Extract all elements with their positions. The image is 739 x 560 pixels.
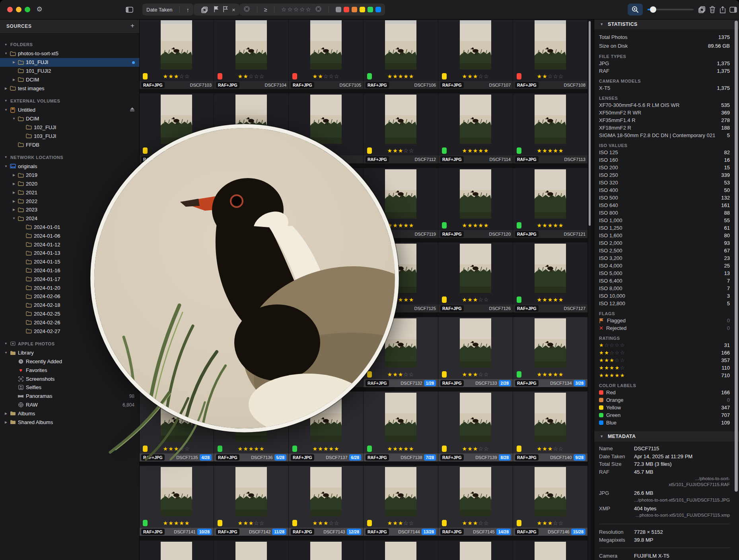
traffic-zoom-button[interactable] xyxy=(25,7,30,12)
color-label-chip[interactable] xyxy=(517,222,521,229)
photo-cell-dscf7135[interactable]: ★★★☆☆RAF+JPGDSCF71354/28 xyxy=(139,391,214,460)
color-label-chip[interactable] xyxy=(367,147,372,154)
photo-cell-dscf7106[interactable]: ★★★★★RAF+JPGDSCF7106 xyxy=(364,19,438,88)
photo-cell-dscf7105[interactable]: ★★☆☆☆RAF+JPGDSCF7105 xyxy=(289,19,363,88)
photo-thumbnail[interactable] xyxy=(214,168,288,221)
sidebar-item-raw[interactable]: RAW6,804 xyxy=(0,401,139,409)
photo-thumbnail[interactable] xyxy=(438,541,513,560)
photo-thumbnail[interactable] xyxy=(139,93,214,146)
grid-scrollbar[interactable] xyxy=(588,19,591,560)
sidebar-item-2024-01-16[interactable]: 2024-01-16 xyxy=(0,266,139,275)
chevron-right-icon[interactable]: ▶ xyxy=(11,182,17,186)
chevron-down-icon[interactable]: ▼ xyxy=(11,217,17,220)
photo-thumbnail[interactable] xyxy=(364,391,438,444)
sidebar-item-2020[interactable]: ▶2020 xyxy=(0,180,139,188)
add-source-button[interactable]: + xyxy=(130,22,134,30)
section-header-external-volumes[interactable]: ▼EXTERNAL VOLUMES xyxy=(0,96,139,106)
sidebar-item-dcim[interactable]: ▶DCIM xyxy=(0,75,139,84)
panel-scrollbar-thumb[interactable] xyxy=(735,21,738,492)
photo-cell-dscf7103[interactable]: ★★★☆☆RAF+JPGDSCF7103 xyxy=(139,19,214,88)
photo-cell[interactable] xyxy=(364,541,438,560)
zoom-mode-button[interactable] xyxy=(628,4,643,16)
sidebar-item-untitled[interactable]: ▼Untitled xyxy=(0,106,139,114)
photo-cell[interactable] xyxy=(139,168,214,237)
photo-thumbnail[interactable] xyxy=(513,317,587,370)
gte-operator[interactable]: ≥ xyxy=(264,6,267,13)
photo-cell-dscf7137[interactable]: ★★★★★RAF+JPGDSCF71376/28 xyxy=(289,391,363,460)
color-label-chip[interactable] xyxy=(367,296,372,303)
sidebar-item-screenshots[interactable]: Screenshots xyxy=(0,374,139,383)
photo-thumbnail[interactable] xyxy=(513,541,587,560)
chevron-right-icon[interactable]: ▶ xyxy=(11,191,17,194)
flag-pick-icon[interactable] xyxy=(214,6,219,14)
color-label-chip[interactable] xyxy=(143,73,148,79)
photo-thumbnail[interactable] xyxy=(364,317,438,370)
sidebar-item-2024-01-01[interactable]: 2024-01-01 xyxy=(0,223,139,232)
photo-cell-dscf7125[interactable]: ★★★★★RAF+JPGDSCF7125 xyxy=(364,242,438,311)
photo-cell-dscf7113[interactable]: ★★★★★RAF+JPGDSCF7113 xyxy=(513,93,587,162)
clear-color-filter-icon[interactable] xyxy=(315,6,322,14)
photo-cell-dscf7136[interactable]: ★★★★★RAF+JPGDSCF71365/28 xyxy=(214,391,288,460)
section-header-folders[interactable]: ▼FOLDERS xyxy=(0,40,139,49)
photo-thumbnail[interactable] xyxy=(214,93,288,146)
traffic-close-button[interactable] xyxy=(7,7,13,12)
photo-thumbnail[interactable] xyxy=(438,391,513,444)
eject-icon[interactable] xyxy=(130,107,135,113)
section-header-apple-photos[interactable]: ▼APPLE PHOTOS xyxy=(0,339,139,349)
photo-thumbnail[interactable] xyxy=(438,93,513,146)
sidebar-item-panoramas[interactable]: Panoramas98 xyxy=(0,392,139,401)
photo-thumbnail[interactable] xyxy=(139,168,214,221)
photo-thumbnail[interactable] xyxy=(513,168,587,221)
sidebar-item-test-images[interactable]: ▶test images xyxy=(0,84,139,93)
photo-cell-dscf7120[interactable]: ★★★★★RAF+JPGDSCF7120 xyxy=(438,168,513,237)
sidebar-item-2024-02-25[interactable]: 2024-02-25 xyxy=(0,310,139,318)
sidebar-item-2024-01-15[interactable]: 2024-01-15 xyxy=(0,258,139,266)
photo-cell-dscf7114[interactable]: ★★★★★RAF+JPGDSCF7114 xyxy=(438,93,513,162)
chevron-down-icon[interactable]: ▼ xyxy=(3,351,9,355)
color-label-chip[interactable] xyxy=(292,73,297,79)
star-filter-stars[interactable]: ☆☆☆☆☆ xyxy=(281,6,312,13)
color-label-chip[interactable] xyxy=(143,446,148,452)
toggle-right-panel-button[interactable] xyxy=(728,5,738,14)
color-label-chip[interactable] xyxy=(367,222,372,229)
photo-thumbnail[interactable] xyxy=(438,466,513,518)
chevron-down-icon[interactable]: ▼ xyxy=(3,108,9,112)
color-label-chip[interactable] xyxy=(517,73,521,79)
color-label-chip[interactable] xyxy=(517,296,521,303)
color-label-chip[interactable] xyxy=(367,371,372,378)
photo-thumbnail[interactable] xyxy=(214,541,288,560)
chevron-right-icon[interactable]: ▶ xyxy=(11,208,17,211)
photo-thumbnail[interactable] xyxy=(139,317,214,370)
photo-cell-dscf7112[interactable]: ★★★☆☆RAF+JPGDSCF7112 xyxy=(364,93,438,162)
photo-thumbnail[interactable] xyxy=(289,242,363,295)
sort-menu-button[interactable]: Date Taken ↑ xyxy=(142,4,193,16)
photo-thumbnail[interactable] xyxy=(438,242,513,295)
photo-cell[interactable]: ★★★☆☆RAF+JPG xyxy=(139,93,214,162)
chevron-down-icon[interactable]: ▼ xyxy=(11,117,17,120)
photo-cell-dscf7141[interactable]: ★★★★★RAF+JPGDSCF714110/28 xyxy=(139,466,214,535)
color-label-chip[interactable] xyxy=(143,147,148,154)
sidebar-item-selfies[interactable]: Selfies xyxy=(0,383,139,392)
photo-thumbnail[interactable] xyxy=(513,466,587,518)
photo-thumbnail[interactable] xyxy=(289,466,363,518)
metadata-header[interactable]: ▼ METADATA xyxy=(594,431,739,442)
photo-thumbnail[interactable] xyxy=(289,391,363,444)
sidebar-item-102-fuji[interactable]: 102_FUJI xyxy=(0,123,139,132)
sidebar-item-2023[interactable]: ▶2023 xyxy=(0,205,139,214)
color-label-chip[interactable] xyxy=(367,73,372,79)
color-filter-swatch[interactable] xyxy=(336,7,341,12)
color-label-chip[interactable] xyxy=(442,296,447,303)
slider-knob[interactable] xyxy=(650,6,656,13)
photo-cell-dscf7127[interactable]: ★★★★★RAF+JPGDSCF7127 xyxy=(513,242,587,311)
sidebar-item-2024-01-20[interactable]: 2024-01-20 xyxy=(0,283,139,292)
photo-cell[interactable] xyxy=(289,168,363,237)
photo-thumbnail[interactable] xyxy=(513,93,587,146)
photo-thumbnail[interactable] xyxy=(289,317,363,370)
color-label-chip[interactable] xyxy=(367,520,372,526)
photo-cell[interactable] xyxy=(214,541,288,560)
photo-cell-dscf7146[interactable]: ★★★☆☆RAF+JPGDSCF714615/28 xyxy=(513,466,587,535)
grid-scrollbar-thumb[interactable] xyxy=(589,21,591,226)
photo-thumbnail[interactable] xyxy=(438,168,513,221)
photo-cell[interactable] xyxy=(513,541,587,560)
photo-cell[interactable] xyxy=(289,541,363,560)
